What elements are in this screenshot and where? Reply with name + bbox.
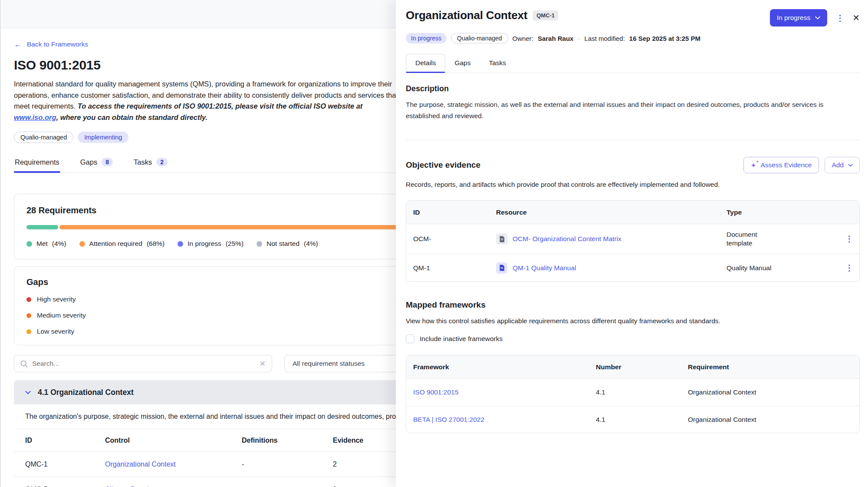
control-id-badge: QMC-1 bbox=[533, 10, 558, 20]
control-title: Organizational Context bbox=[406, 9, 527, 22]
search-icon bbox=[20, 360, 28, 368]
framework-link[interactable]: ISO 9001:2015 bbox=[413, 388, 458, 396]
legend-label: Attention required bbox=[89, 240, 142, 248]
owner-label: Owner: bbox=[513, 35, 533, 42]
high-severity-dot bbox=[26, 297, 31, 302]
low-severity-label: Low severity bbox=[37, 328, 74, 335]
control-definitions: - bbox=[242, 460, 333, 468]
medium-severity-dot bbox=[26, 313, 31, 318]
requirement-number: 4.1 bbox=[596, 416, 688, 424]
section-title: 4.1 Organizational Context bbox=[38, 388, 134, 397]
assess-evidence-button[interactable]: ✦ Assess Evidence bbox=[743, 157, 819, 173]
mapped-table-header: Framework Number Requirement bbox=[406, 355, 859, 379]
evidence-type: Document template bbox=[727, 230, 783, 248]
table-row: QM-1 QM-1 Quality Manual Quality Manual … bbox=[406, 254, 859, 282]
tab-requirements[interactable]: Requirements bbox=[14, 158, 60, 172]
panel-tabs: Details Gaps Tasks bbox=[406, 54, 860, 73]
col-header-resource: Resource bbox=[496, 209, 727, 216]
legend-label: Met bbox=[36, 240, 48, 248]
divider bbox=[406, 140, 860, 140]
add-evidence-button[interactable]: Add bbox=[825, 157, 860, 173]
description-emphasis-tail: , where you can obtain the standard dire… bbox=[56, 113, 207, 121]
qualio-managed-badge: Qualio-managed bbox=[451, 33, 508, 43]
tab-gaps[interactable]: Gaps 8 bbox=[79, 158, 114, 172]
mapped-frameworks-subtext: View how this control satisfies applicab… bbox=[406, 317, 860, 325]
col-header-id: ID bbox=[25, 437, 105, 444]
back-to-frameworks-link[interactable]: ← Back to Frameworks bbox=[14, 40, 88, 48]
tasks-count-badge: 2 bbox=[156, 158, 168, 166]
assess-evidence-label: Assess Evidence bbox=[760, 161, 812, 169]
evidence-id: QM-1 bbox=[406, 264, 496, 272]
iso-website-link[interactable]: www.iso.org bbox=[14, 113, 56, 121]
objective-evidence-subtext: Records, reports, and artifacts which pr… bbox=[406, 181, 860, 189]
control-detail-panel: Organizational Context QMC-1 In progress… bbox=[396, 0, 868, 487]
evidence-id: OCM- bbox=[406, 235, 496, 243]
legend-label: In progress bbox=[187, 240, 221, 248]
control-meta-row: In progress Qualio-managed Owner: Sarah … bbox=[406, 33, 860, 43]
control-id: QMC-1 bbox=[25, 460, 105, 468]
legend-pct: (68%) bbox=[147, 240, 164, 248]
control-id: QMC-5 bbox=[25, 486, 105, 487]
evidence-resource-link[interactable]: OCM- Organizational Content Matrix bbox=[513, 235, 621, 243]
implementing-tag: Implementing bbox=[78, 132, 128, 143]
col-header-type: Type bbox=[727, 209, 839, 216]
app-root: ← Back to Frameworks ISO 9001:2015 Inter… bbox=[0, 0, 868, 487]
more-options-icon[interactable]: ⋮ bbox=[836, 14, 844, 22]
evidence-resource-link[interactable]: QM-1 Quality Manual bbox=[513, 264, 576, 272]
not-started-dot bbox=[256, 241, 262, 247]
close-icon[interactable]: ✕ bbox=[852, 13, 860, 22]
qualio-managed-tag: Qualio-managed bbox=[14, 132, 73, 143]
legend-item-met: Met (4%) bbox=[26, 240, 66, 248]
col-header-id: ID bbox=[406, 209, 496, 216]
legend-label: Not started bbox=[266, 240, 299, 248]
meta-separator: · bbox=[578, 35, 580, 42]
checkbox-unchecked[interactable] bbox=[406, 335, 414, 343]
tab-gaps[interactable]: Gaps bbox=[445, 54, 480, 73]
owner-name: Sarah Raux bbox=[538, 35, 574, 42]
attention-dot bbox=[79, 241, 85, 247]
tab-tasks[interactable]: Tasks 2 bbox=[133, 158, 168, 172]
low-severity-dot bbox=[26, 329, 31, 334]
chevron-down-icon bbox=[815, 16, 820, 20]
legend-item-attention: Attention required (68%) bbox=[79, 240, 165, 248]
row-options-icon[interactable]: ⋮ bbox=[845, 263, 854, 272]
status-dropdown-button[interactable]: In progress bbox=[770, 9, 828, 27]
description-emphasis: To access the requirements of ISO 9001:2… bbox=[78, 102, 363, 110]
chevron-down-icon bbox=[25, 391, 31, 394]
search-input[interactable] bbox=[32, 360, 255, 368]
control-link[interactable]: Climate Requirements bbox=[105, 486, 174, 487]
row-options-icon[interactable]: ⋮ bbox=[845, 234, 854, 243]
back-arrow-icon: ← bbox=[14, 40, 22, 48]
high-severity-label: High severity bbox=[37, 295, 76, 303]
evidence-table: ID Resource Type OCM- OCM- Organizationa… bbox=[406, 200, 860, 282]
requirement-name: Organizational Context bbox=[688, 416, 859, 424]
last-modified-value: 16 Sep 2025 at 3:25 PM bbox=[629, 35, 700, 42]
col-header-control: Control bbox=[105, 437, 242, 444]
progress-segment-met bbox=[26, 225, 58, 229]
met-dot bbox=[26, 241, 32, 247]
control-link[interactable]: Organizational Context bbox=[105, 460, 176, 468]
mapped-frameworks-heading: Mapped frameworks bbox=[406, 300, 860, 310]
document-template-icon bbox=[496, 233, 507, 245]
table-row: BETA | ISO 27001:2022 4.1 Organizational… bbox=[406, 406, 859, 433]
search-box[interactable]: ✕ bbox=[14, 355, 272, 372]
include-inactive-checkbox-row[interactable]: Include inactive frameworks bbox=[406, 335, 503, 343]
clear-search-icon[interactable]: ✕ bbox=[260, 359, 266, 368]
table-row: OCM- OCM- Organizational Content Matrix … bbox=[406, 224, 859, 254]
panel-actions: In progress ⋮ ✕ bbox=[770, 9, 860, 27]
col-header-requirement: Requirement bbox=[688, 363, 859, 371]
tab-tasks-label: Tasks bbox=[134, 158, 152, 166]
medium-severity-label: Medium severity bbox=[37, 311, 86, 319]
col-header-number: Number bbox=[596, 363, 688, 371]
tab-tasks[interactable]: Tasks bbox=[480, 54, 515, 73]
description-heading: Description bbox=[406, 84, 860, 93]
panel-header: Organizational Context QMC-1 In progress… bbox=[406, 9, 860, 27]
framework-link[interactable]: BETA | ISO 27001:2022 bbox=[413, 416, 484, 423]
gaps-count-badge: 8 bbox=[102, 158, 113, 166]
control-definitions: - bbox=[242, 486, 333, 487]
sparkle-icon: ✦ bbox=[751, 162, 756, 169]
evidence-table-header: ID Resource Type bbox=[406, 201, 859, 224]
legend-pct: (25%) bbox=[226, 240, 243, 248]
mapped-frameworks-table: Framework Number Requirement ISO 9001:20… bbox=[406, 355, 860, 433]
tab-details[interactable]: Details bbox=[406, 54, 445, 73]
